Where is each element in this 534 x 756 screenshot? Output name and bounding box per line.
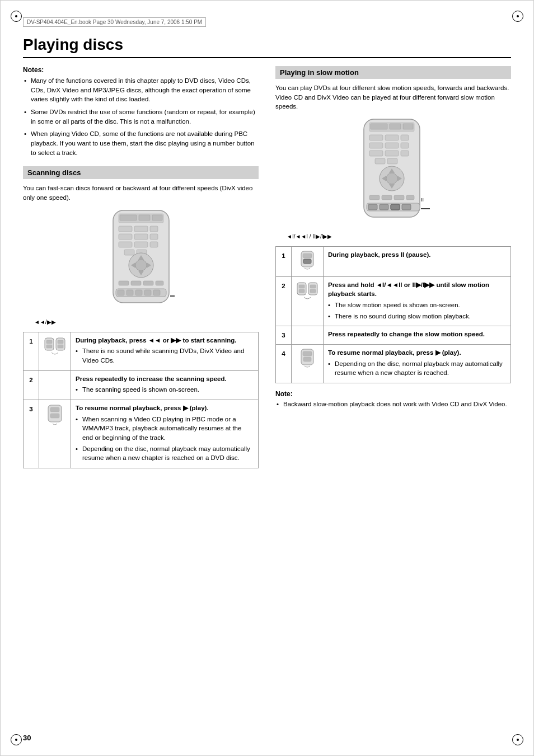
svg-rect-39 (58, 345, 63, 348)
svg-rect-52 (385, 143, 399, 148)
slow-step4-bullet-1: Depending on the disc, normal playback m… (328, 359, 506, 378)
svg-rect-27 (118, 290, 124, 295)
svg-rect-83 (299, 289, 305, 293)
slow-step4-bullets: Depending on the disc, normal playback m… (328, 359, 506, 378)
svg-rect-49 (385, 135, 399, 140)
slow-step-icon-4 (292, 345, 324, 383)
svg-rect-42 (50, 414, 59, 418)
step3-bullets: When scanning a Video CD playing in PBC … (76, 415, 254, 463)
step1-bullet-1: There is no sound while scanning DVDs, D… (76, 346, 254, 365)
slow-step-icon-1 (292, 247, 324, 277)
svg-rect-89 (303, 357, 311, 361)
corner-mark-br (512, 734, 523, 745)
svg-rect-68 (406, 195, 414, 200)
svg-rect-57 (375, 158, 385, 164)
svg-rect-7 (150, 226, 158, 232)
step3-title: To resume normal playback, press ▶ (play… (76, 403, 254, 413)
step1-icon-svg (44, 336, 66, 357)
note-label: Note: (275, 390, 293, 398)
svg-rect-24 (143, 281, 153, 285)
svg-rect-3 (139, 215, 150, 220)
svg-rect-80 (303, 259, 311, 264)
svg-rect-37 (56, 338, 65, 350)
step-text-2: Press repeatedly to increase the scannin… (71, 370, 259, 400)
remote-svg-left (107, 209, 175, 313)
svg-rect-85 (310, 285, 316, 288)
slow-motion-note: Note: Backward slow-motion playback does… (275, 390, 511, 409)
scanning-header: Scanning discs (23, 166, 259, 179)
slow-step2-bullets: The slow motion speed is shown on-screen… (328, 300, 506, 321)
slow-motion-desc: You can play DVDs at four different slow… (275, 83, 511, 111)
svg-rect-5 (119, 226, 132, 232)
svg-text:II: II (421, 197, 424, 203)
svg-rect-65 (369, 195, 380, 200)
scanning-step-3: 3 To resume normal playback, (24, 400, 259, 468)
step-icon-1 (39, 332, 71, 370)
slow-step-icon-3 (292, 326, 324, 345)
slow-step-text-1: During playback, press II (pause). (324, 247, 511, 277)
scanning-desc: You can fast-scan discs forward or backw… (23, 184, 259, 202)
slow-motion-header: Playing in slow motion (275, 66, 511, 79)
svg-point-60 (386, 173, 397, 184)
slow-step-3: 3 Press repeatedly to change the slow mo… (276, 326, 511, 345)
svg-rect-28 (127, 290, 133, 295)
svg-rect-6 (134, 226, 148, 232)
slow-step-1: 1 During playback, press II ( (276, 247, 511, 277)
svg-rect-13 (150, 242, 158, 247)
svg-rect-50 (401, 135, 409, 140)
right-column: Playing in slow motion You can play DVDs… (275, 66, 511, 475)
slow-step-text-2: Press and hold ◄I/◄◄II or II▶/I▶▶ until … (324, 276, 511, 326)
step-number-2: 2 (24, 370, 39, 400)
step-text-3: To resume normal playback, press ▶ (play… (71, 400, 259, 468)
svg-rect-54 (369, 151, 383, 156)
step1-bullets: There is no sound while scanning DVDs, D… (76, 346, 254, 365)
step-number-3: 3 (24, 400, 39, 468)
step2-title: Press repeatedly to increase the scannin… (76, 374, 254, 384)
svg-rect-58 (387, 158, 397, 164)
slow-step-number-2: 2 (276, 276, 292, 326)
page-number: 30 (23, 734, 31, 742)
notes-section: Notes: Many of the functions covered in … (23, 66, 259, 157)
left-column: Notes: Many of the functions covered in … (23, 66, 259, 475)
svg-rect-29 (135, 290, 142, 295)
page-title: Playing discs (23, 36, 511, 58)
svg-rect-70 (368, 204, 377, 210)
slow-step-text-4: To resume normal playback, press ▶ (play… (324, 345, 511, 383)
svg-rect-48 (369, 135, 383, 140)
two-column-layout: Notes: Many of the functions covered in … (23, 66, 511, 475)
slow-step2-bullet-1: The slow motion speed is shown on-screen… (328, 300, 506, 310)
note-text: Backward slow-motion playback does not w… (275, 400, 511, 409)
slow-step2-bullet-2: There is no sound during slow motion pla… (328, 312, 506, 321)
step-number-1: 1 (24, 332, 39, 370)
slow-step-2: 2 (276, 276, 511, 326)
slow-step-number-3: 3 (276, 326, 292, 345)
slow-step2-icon (296, 280, 318, 302)
step-text-1: During playback, press ◄◄ or ▶▶ to start… (71, 332, 259, 370)
note-item-2: Some DVDs restrict the use of some funct… (23, 107, 259, 126)
note-item-3: When playing Video CD, some of the funct… (23, 129, 259, 157)
svg-rect-82 (299, 285, 305, 288)
step-icon-3 (39, 400, 71, 468)
svg-rect-86 (310, 289, 316, 293)
svg-rect-4 (152, 215, 162, 220)
slow-step-text-3: Press repeatedly to change the slow moti… (324, 326, 511, 345)
svg-rect-55 (385, 151, 399, 156)
svg-rect-84 (308, 283, 317, 295)
svg-rect-88 (303, 351, 312, 356)
page: DV-SP404.404E_En.book Page 30 Wednesday,… (0, 0, 534, 756)
slow-step-4: 4 To resume normal playback, (276, 345, 511, 383)
svg-rect-71 (380, 204, 388, 210)
corner-mark-tl (11, 11, 22, 22)
slow-step-number-1: 1 (276, 247, 292, 277)
remote-image-right: II (275, 118, 511, 229)
remote-image-left (23, 209, 259, 314)
svg-point-17 (135, 260, 147, 271)
svg-rect-2 (120, 215, 137, 220)
file-info-bar: DV-SP404.404E_En.book Page 30 Wednesday,… (23, 17, 206, 27)
svg-rect-47 (403, 124, 413, 129)
slow-step-number-4: 4 (276, 345, 292, 383)
slow-step2-title: Press and hold ◄I/◄◄II or II▶/I▶▶ until … (328, 280, 506, 299)
svg-rect-74 (391, 204, 400, 210)
svg-rect-14 (124, 250, 134, 255)
svg-rect-10 (150, 234, 158, 240)
